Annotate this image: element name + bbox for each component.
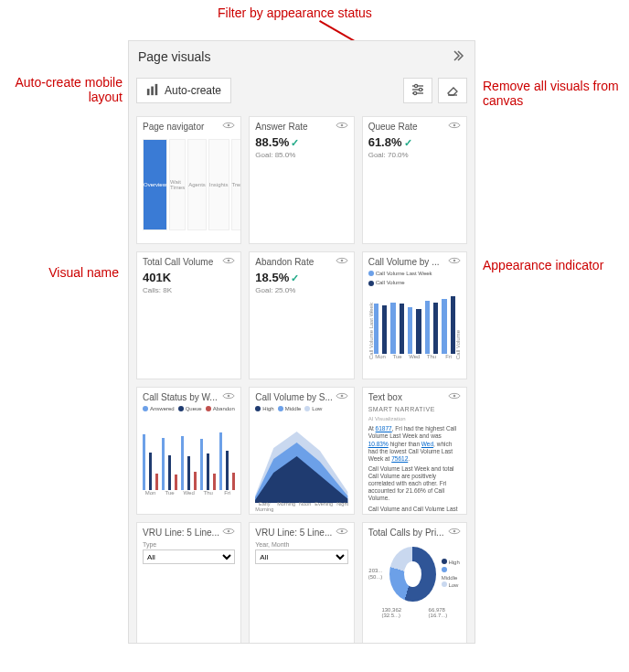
svg-point-8 <box>413 91 416 94</box>
eraser-icon <box>445 82 460 100</box>
card-title: Call Volume by S... <box>255 392 335 402</box>
slicer-dropdown: All <box>255 549 347 564</box>
card-vru-1[interactable]: VRU Line: 5 Line... Type All <box>136 522 241 643</box>
collapse-icon[interactable] <box>451 48 465 66</box>
auto-create-icon <box>146 83 159 99</box>
svg-rect-1 <box>151 86 154 95</box>
card-page-navigator[interactable]: Page navigator Overview Wait Times Agent… <box>136 116 241 244</box>
check-icon: ✓ <box>404 137 412 148</box>
card-title: Answer Rate <box>255 122 335 132</box>
eye-icon <box>222 527 235 538</box>
kpi-value: 18.5% <box>255 271 289 284</box>
eye-icon <box>222 391 235 402</box>
svg-point-4 <box>414 84 417 87</box>
kpi-value: 61.8% <box>368 135 402 149</box>
svg-point-11 <box>340 124 343 127</box>
card-title: Text box <box>368 392 448 402</box>
card-title: Call Status by W... <box>143 392 222 402</box>
kpi-value: 88.5% <box>255 135 289 149</box>
panel-title: Page visuals <box>138 49 451 64</box>
card-call-volume-shift[interactable]: Call Volume by S... High Middle Low Earl… <box>249 387 354 515</box>
eye-icon <box>336 527 348 538</box>
svg-point-17 <box>340 395 343 398</box>
eye-icon <box>336 256 348 267</box>
card-title: Abandon Rate <box>255 257 335 267</box>
svg-point-16 <box>228 395 230 398</box>
annotation-visual-name: Visual name <box>18 265 119 280</box>
card-title: Call Volume by ... <box>368 257 448 267</box>
slicer-dropdown: All <box>143 549 235 564</box>
card-title: Queue Rate <box>368 122 448 132</box>
svg-point-12 <box>453 124 456 127</box>
card-title: Page navigator <box>143 122 222 132</box>
svg-rect-2 <box>155 83 158 94</box>
chart-legend: Call Volume Last Week Call Volume <box>368 271 461 286</box>
annotation-appearance-indicator: Appearance indicator <box>483 258 611 272</box>
chart-legend: High Middle Low <box>442 559 461 590</box>
svg-point-19 <box>228 530 230 533</box>
annotation-auto-create: Auto-create mobile layout <box>15 75 123 104</box>
page-visuals-panel: Page visuals Auto-create <box>128 40 475 644</box>
card-total-call-volume[interactable]: Total Call Volume 401K Calls: 8K <box>136 251 241 379</box>
svg-point-14 <box>340 260 343 262</box>
kpi-goal: Goal: 70.0% <box>368 151 461 159</box>
card-call-status[interactable]: Call Status by W... Answered Queue Aband… <box>136 387 241 515</box>
eye-icon <box>448 121 461 132</box>
nav-tab: Insights <box>208 139 229 230</box>
eye-icon <box>448 527 461 538</box>
card-queue-rate[interactable]: Queue Rate 61.8%✓ Goal: 70.0% <box>362 116 467 244</box>
slicer-field: Type <box>143 541 235 548</box>
narrative-body: SMART NARRATIVE AI Visualization At 6187… <box>363 404 466 514</box>
auto-create-label: Auto-create <box>165 84 221 97</box>
card-title: Total Calls by Pri... <box>368 528 448 538</box>
svg-point-10 <box>228 124 230 127</box>
eye-icon <box>448 391 461 402</box>
panel-header: Page visuals <box>129 41 474 72</box>
chart-legend: Answered Queue Abandon <box>143 406 235 411</box>
card-title: VRU Line: 5 Line... <box>143 528 222 538</box>
eye-icon <box>336 391 348 402</box>
nav-tab: Overview <box>143 139 167 230</box>
card-call-volume-day[interactable]: Call Volume by ... Call Volume Last Week… <box>362 251 467 379</box>
y-axis-right: Call Volume <box>455 286 461 359</box>
svg-point-13 <box>228 260 230 262</box>
sliders-icon <box>410 82 425 100</box>
svg-rect-0 <box>147 89 150 95</box>
kpi-sub: Calls: 8K <box>143 286 235 294</box>
y-axis-left: Call Volume Last Week <box>368 286 374 359</box>
chart-legend: High Middle Low <box>255 406 347 411</box>
donut-chart <box>389 547 435 602</box>
card-title: Total Call Volume <box>143 257 222 267</box>
svg-point-18 <box>453 395 456 398</box>
nav-tab: Trends <box>231 139 241 230</box>
card-vru-2[interactable]: VRU Line: 5 Line... Year, Month All <box>249 522 354 643</box>
eye-icon <box>448 256 461 267</box>
annotation-remove: Remove all visuals from canvas <box>483 79 620 108</box>
svg-point-21 <box>453 530 456 533</box>
check-icon: ✓ <box>291 137 299 148</box>
eye-icon <box>222 256 235 267</box>
kpi-goal: Goal: 85.0% <box>255 151 347 159</box>
visuals-grid: Page navigator Overview Wait Times Agent… <box>129 109 474 643</box>
toolbar: Auto-create <box>129 72 474 109</box>
clear-button[interactable] <box>438 78 467 103</box>
svg-point-6 <box>419 88 421 91</box>
eye-icon <box>222 121 235 132</box>
card-total-calls-priority[interactable]: Total Calls by Pri... 203... (50...) Hig… <box>362 522 467 643</box>
auto-create-button[interactable]: Auto-create <box>136 78 231 103</box>
card-title: VRU Line: 5 Line... <box>255 528 335 538</box>
eye-icon <box>336 121 348 132</box>
card-abandon-rate[interactable]: Abandon Rate 18.5%✓ Goal: 25.0% <box>249 251 354 379</box>
svg-point-20 <box>340 530 343 533</box>
kpi-goal: Goal: 25.0% <box>255 286 347 294</box>
nav-tab: Agents <box>187 139 207 230</box>
annotation-filter: Filter by appearance status <box>218 5 372 20</box>
check-icon: ✓ <box>291 272 299 283</box>
card-answer-rate[interactable]: Answer Rate 88.5%✓ Goal: 85.0% <box>249 116 354 244</box>
kpi-value: 401K <box>143 271 235 284</box>
slicer-field: Year, Month <box>255 541 347 548</box>
card-text-box[interactable]: Text box SMART NARRATIVE AI Visualizatio… <box>362 387 467 515</box>
filter-button[interactable] <box>403 78 432 103</box>
svg-point-15 <box>453 260 456 262</box>
nav-tab: Wait Times <box>169 139 186 230</box>
